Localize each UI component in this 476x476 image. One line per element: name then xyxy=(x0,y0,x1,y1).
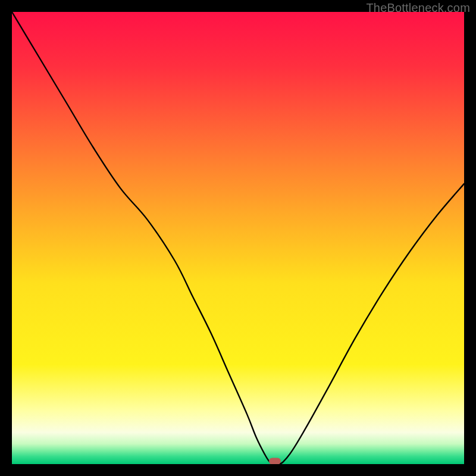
curve-layer xyxy=(12,12,464,464)
min-marker xyxy=(269,458,281,464)
plot-area xyxy=(12,12,464,464)
chart-frame: TheBottleneck.com xyxy=(0,0,476,476)
bottleneck-curve xyxy=(12,12,464,464)
